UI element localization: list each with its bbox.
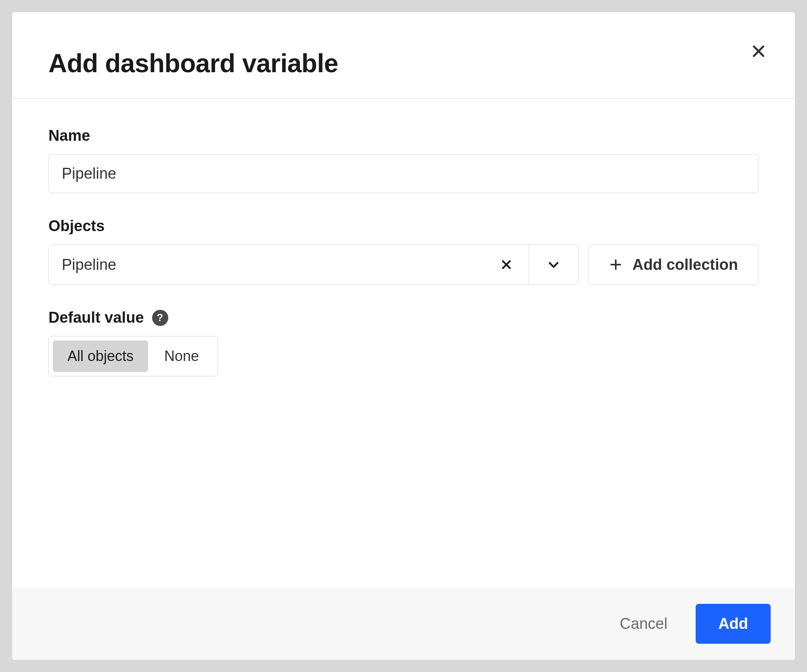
cancel-button[interactable]: Cancel (612, 605, 675, 642)
chevron-down-icon (547, 258, 560, 271)
objects-label: Objects (48, 217, 759, 235)
default-value-all-objects[interactable]: All objects (53, 340, 148, 372)
name-input[interactable] (48, 154, 759, 193)
name-field-group: Name (48, 127, 759, 193)
objects-dropdown-toggle[interactable] (529, 245, 578, 284)
default-value-segmented: All objects None (48, 336, 218, 376)
modal-title: Add dashboard variable (48, 48, 338, 78)
add-dashboard-variable-modal: Add dashboard variable Name Objects Pipe… (12, 12, 795, 660)
objects-row: Pipeline (48, 244, 759, 285)
add-button[interactable]: Add (696, 604, 771, 644)
add-collection-label: Add collection (632, 256, 738, 273)
default-value-label: Default value ? (48, 309, 759, 326)
modal-footer: Cancel Add (12, 588, 795, 660)
plus-icon (609, 258, 623, 271)
objects-select-value: Pipeline (49, 245, 529, 284)
name-label: Name (48, 127, 759, 144)
objects-selected-text: Pipeline (62, 256, 487, 273)
add-collection-button[interactable]: Add collection (588, 244, 759, 285)
clear-icon (500, 259, 512, 271)
objects-field-group: Objects Pipeline (48, 217, 759, 285)
objects-clear-button[interactable] (497, 255, 516, 274)
objects-select[interactable]: Pipeline (48, 244, 579, 285)
close-button[interactable] (746, 39, 771, 63)
modal-header: Add dashboard variable (12, 12, 795, 99)
help-icon[interactable]: ? (152, 310, 168, 326)
close-icon (751, 43, 767, 59)
default-value-field-group: Default value ? All objects None (48, 309, 759, 376)
default-value-none[interactable]: None (150, 340, 213, 372)
modal-body: Name Objects Pipeline (12, 99, 795, 588)
default-value-label-text: Default value (48, 309, 144, 326)
